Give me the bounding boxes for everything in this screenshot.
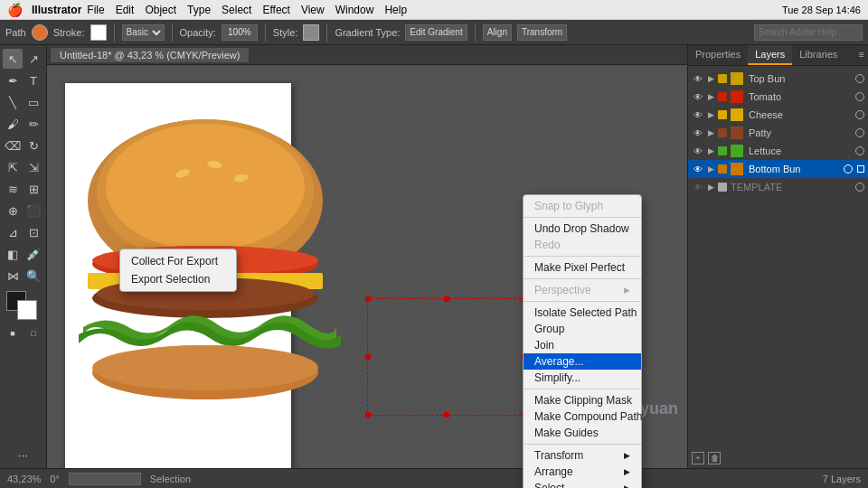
background-color[interactable] — [17, 300, 37, 320]
expand-arrow[interactable]: ▶ — [708, 146, 714, 155]
ctx-arrange[interactable]: Arrange▶ — [524, 464, 641, 480]
tab-layers[interactable]: Layers — [748, 45, 792, 65]
gradient-tool[interactable]: ◧ — [3, 244, 23, 264]
rect-tool[interactable]: ▭ — [24, 92, 43, 112]
expand-arrow[interactable]: ▶ — [708, 128, 714, 137]
ctx-submenu-export-selection[interactable]: Export Selection — [120, 270, 236, 288]
ctx-redo[interactable]: Redo — [524, 237, 641, 253]
menu-edit[interactable]: Edit — [116, 4, 135, 16]
ctx-snap-to-glyph[interactable]: Snap to Glyph — [524, 198, 641, 214]
shape-builder-tool[interactable]: ⊕ — [3, 201, 23, 221]
tab-properties[interactable]: Properties — [688, 45, 748, 65]
brush-select[interactable]: Basic — [122, 24, 165, 41]
layer-item[interactable]: 👁 ▶ Cheese — [688, 106, 868, 124]
direct-selection-tool[interactable]: ↗ — [24, 49, 43, 69]
ctx-perspective[interactable]: Perspective▶ — [524, 282, 641, 298]
layer-visibility-eye[interactable]: 👁 — [692, 108, 704, 121]
ctx-simplify[interactable]: Simplify... — [524, 370, 641, 386]
tab-libraries[interactable]: Libraries — [792, 45, 844, 65]
ctx-make-pixel-perfect[interactable]: Make Pixel Perfect — [524, 259, 641, 276]
menu-help[interactable]: Help — [384, 4, 407, 16]
rotate-tool[interactable]: ↻ — [24, 136, 43, 155]
perspective-tool[interactable]: ⊿ — [3, 222, 23, 242]
menu-type[interactable]: Type — [187, 4, 211, 16]
line-tool[interactable]: ╲ — [3, 92, 23, 112]
ctx-select[interactable]: Select▶ — [524, 480, 641, 488]
free-transform-tool[interactable]: ⊞ — [24, 179, 43, 199]
layer-item[interactable]: 👁 ▶ Tomato — [688, 88, 868, 106]
layer-target-circle[interactable] — [844, 164, 853, 174]
new-layer-btn[interactable]: + — [692, 452, 704, 465]
document-tab[interactable]: Untitled-18* @ 43,23 % (CMYK/Preview) — [51, 48, 249, 62]
layer-target-circle[interactable] — [855, 74, 864, 83]
layer-visibility-eye[interactable]: 👁 — [692, 90, 704, 103]
ctx-undo-drop-shadow[interactable]: Undo Drop Shadow — [524, 221, 641, 237]
ctx-transform[interactable]: Transform▶ — [524, 447, 641, 464]
expand-arrow[interactable]: ▶ — [708, 164, 714, 174]
panel-menu-btn[interactable]: ≡ — [855, 45, 868, 65]
width-tool[interactable]: ⇲ — [24, 157, 43, 177]
stroke-color[interactable] — [90, 24, 107, 41]
edit-gradient-btn[interactable]: Edit Gradient — [405, 24, 467, 41]
layer-target-circle[interactable] — [855, 92, 864, 101]
ctx-make-clipping-mask[interactable]: Make Clipping Mask — [524, 392, 641, 408]
layer-target-circle[interactable] — [855, 110, 864, 119]
fill-color[interactable] — [32, 24, 48, 41]
expand-arrow[interactable]: ▶ — [708, 183, 714, 192]
ctx-make-guides[interactable]: Make Guides — [524, 425, 641, 441]
zoom-tool[interactable]: 🔍 — [24, 266, 43, 286]
blend-tool[interactable]: ⋈ — [3, 266, 23, 286]
search-input[interactable] — [754, 24, 863, 41]
style-box[interactable] — [303, 24, 319, 41]
menu-file[interactable]: File — [87, 4, 104, 16]
gradient-mode-btn[interactable]: □ — [24, 324, 43, 343]
layer-item[interactable]: 👁 ▶ Top Bun — [688, 70, 868, 88]
ctx-average[interactable]: Average... — [524, 353, 641, 370]
layer-item[interactable]: 👁 ▶ Bottom Bun — [688, 160, 868, 178]
expand-arrow[interactable]: ▶ — [708, 92, 714, 101]
menu-window[interactable]: Window — [335, 4, 374, 16]
ctx-group[interactable]: Group — [524, 321, 641, 337]
layer-target-circle[interactable] — [855, 183, 864, 192]
pencil-tool[interactable]: ✏ — [24, 114, 43, 134]
menu-view[interactable]: View — [301, 4, 325, 16]
live-paint-tool[interactable]: ⬛ — [24, 201, 43, 221]
layer-target-circle[interactable] — [855, 146, 864, 155]
paintbrush-tool[interactable]: 🖌 — [3, 114, 23, 134]
ctx-make-compound-path[interactable]: Make Compound Path — [524, 408, 641, 425]
ctx-join[interactable]: Join — [524, 337, 641, 353]
status-artboard-select[interactable] — [69, 473, 141, 485]
layer-target-circle[interactable] — [855, 128, 864, 137]
eraser-tool[interactable]: ⌫ — [3, 136, 23, 155]
ctx-submenu-collect-for-export[interactable]: Collect For Export — [120, 252, 236, 270]
expand-arrow[interactable]: ▶ — [708, 74, 714, 83]
warp-tool[interactable]: ≋ — [3, 179, 23, 199]
layer-visibility-eye[interactable]: 👁 — [692, 163, 704, 175]
menu-effect[interactable]: Effect — [262, 4, 289, 16]
mesh-tool[interactable]: ⊡ — [24, 222, 43, 242]
apple-menu[interactable]: 🍎 — [7, 3, 23, 17]
expand-arrow[interactable]: ▶ — [708, 110, 714, 119]
layer-item[interactable]: 👁 ▶ Patty — [688, 124, 868, 142]
scale-tool[interactable]: ⇱ — [3, 157, 23, 177]
delete-layer-btn[interactable]: 🗑 — [708, 452, 721, 465]
pen-tool[interactable]: ✒ — [3, 70, 23, 90]
opacity-input[interactable] — [222, 24, 258, 41]
color-mode-btn[interactable]: ■ — [3, 324, 23, 343]
layer-visibility-eye[interactable]: 👁 — [692, 72, 704, 85]
menu-object[interactable]: Object — [145, 4, 176, 16]
layer-item[interactable]: 👁 ▶ Lettuce — [688, 142, 868, 160]
layer-visibility-eye[interactable]: 👁 — [692, 127, 704, 139]
transform-btn[interactable]: Transform — [517, 24, 567, 41]
ctx-isolate-selected-path[interactable]: Isolate Selected Path — [524, 305, 641, 321]
more-tools-btn[interactable]: ··· — [14, 445, 33, 465]
ctx-sep6 — [524, 444, 641, 445]
layer-visibility-eye[interactable]: 👁 — [692, 145, 704, 157]
layer-visibility-eye[interactable]: 👁 — [692, 181, 704, 193]
type-tool[interactable]: T — [24, 70, 43, 90]
layer-item[interactable]: 👁 ▶ TEMPLATE — [688, 178, 868, 196]
eyedropper-tool[interactable]: 💉 — [24, 244, 43, 264]
menu-select[interactable]: Select — [222, 4, 251, 16]
selection-tool[interactable]: ↖ — [3, 49, 23, 69]
align-btn[interactable]: Align — [483, 24, 512, 41]
